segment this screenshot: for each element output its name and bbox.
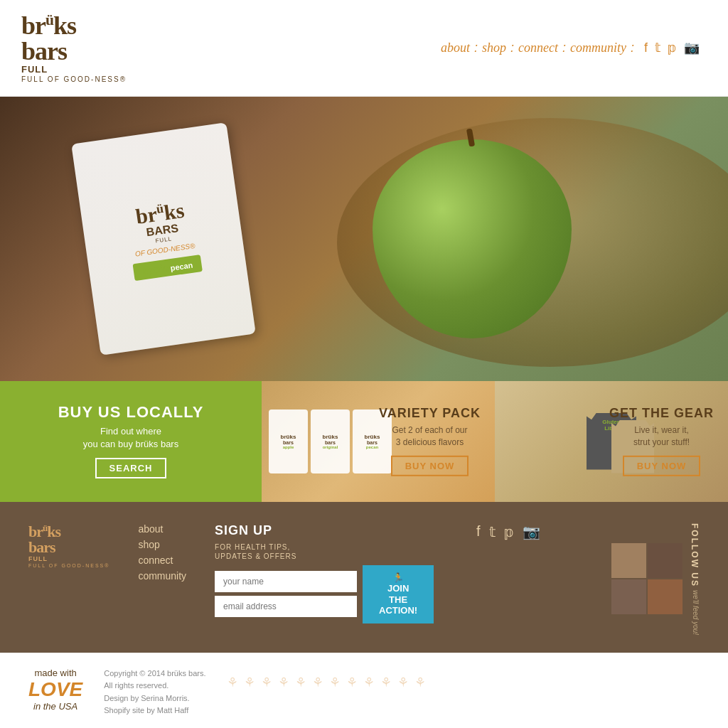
paw-prints-decoration: ⚘ ⚘ ⚘ ⚘ ⚘ ⚘ ⚘ ⚘ ⚘ ⚘ ⚘ ⚘ [227, 668, 700, 690]
main-nav: about : shop : connect : community : f 𝕥… [441, 40, 700, 55]
name-input[interactable] [215, 571, 357, 592]
facebook-icon[interactable]: f [644, 41, 648, 55]
buy-locally-desc: Find out whereyou can buy brüks bars [83, 425, 178, 451]
footer-photo-1 [611, 543, 646, 578]
footer-social-icons: f 𝕥 𝕡 📷 [476, 523, 540, 540]
made-with-text: made with [34, 668, 76, 678]
follow-sublabel: we'll feed you! [690, 590, 700, 635]
instagram-icon[interactable]: 📷 [684, 40, 700, 55]
footer-instagram-icon[interactable]: 📷 [523, 523, 540, 540]
gear-buy-button[interactable]: BUY NOW [623, 456, 701, 476]
footer-form: 🏃 JOIN THE ACTION! [215, 565, 434, 623]
footer-twitter-icon[interactable]: 𝕥 [489, 523, 496, 540]
footer-logo: brüksbars FULL FULL OF GOOD-NESS® [28, 523, 109, 568]
paw-9: ⚘ [363, 675, 375, 690]
package-flavor: apple PECAN [133, 254, 203, 280]
hero-inner: brüks bars FULL OF GOOD-NESS® apple PECA… [0, 97, 728, 381]
mini-bar-2: brüks bars original [311, 410, 350, 473]
paw-8: ⚘ [346, 675, 358, 690]
footer-follow: FOLLOW US we'll feed you! [611, 523, 700, 635]
promo-gear: GlutenLibre GET THE GEAR Live it, wear i… [495, 381, 728, 502]
twitter-icon[interactable]: 𝕥 [655, 40, 660, 55]
footer-photo-3 [611, 579, 646, 614]
promo-buy-locally: BUY US LOCALLY Find out whereyou can buy… [0, 381, 262, 502]
gear-desc: Live it, wear it,strut your stuff! [609, 424, 714, 449]
join-button[interactable]: 🏃 JOIN THE ACTION! [363, 565, 434, 623]
copyright-text: Copyright © 2014 brüks bars. All rights … [104, 668, 205, 717]
footer-photo-grid [611, 543, 682, 614]
follow-label: FOLLOW US [690, 523, 700, 587]
variety-buy-button[interactable]: BUY NOW [391, 456, 469, 476]
paw-10: ⚘ [380, 675, 392, 690]
footer-facebook-icon[interactable]: f [476, 523, 481, 540]
footer-nav: about shop connect community [138, 523, 186, 582]
footer-pinterest-icon[interactable]: 𝕡 [504, 523, 514, 540]
site-header: brüksbars FULL FULL OF GOOD-NESS® about … [0, 0, 728, 97]
paw-11: ⚘ [397, 675, 409, 690]
nav-sep-1: : [474, 41, 478, 55]
footer-logo-full: FULL [28, 555, 109, 563]
site-footer: brüksbars FULL FULL OF GOOD-NESS® about … [0, 502, 728, 653]
join-label-2: THE ACTION! [374, 594, 422, 616]
paw-7: ⚘ [329, 675, 341, 690]
promo-section: BUY US LOCALLY Find out whereyou can buy… [0, 381, 728, 502]
in-usa-text: in the USA [33, 701, 77, 712]
paw-12: ⚘ [414, 675, 426, 690]
package-tagline: OF GOOD-NESS® [134, 241, 196, 257]
love-block: made with LOVE in the USA [28, 668, 82, 712]
buy-locally-title: BUY US LOCALLY [58, 404, 204, 421]
mini-bar-1: brüks bars apple [269, 410, 308, 473]
join-label-1: JOIN [387, 583, 409, 594]
footer-photo-2 [648, 543, 682, 578]
hero-section: brüks bars FULL OF GOOD-NESS® apple PECA… [0, 97, 728, 381]
footer-signup: SIGN UP FOR HEALTH TIPS,UPDATES & OFFERS… [215, 523, 434, 623]
nav-community[interactable]: community [570, 41, 626, 55]
paw-4: ⚘ [278, 675, 289, 690]
nav-about[interactable]: about [441, 41, 470, 55]
logo-full-label: FULL [21, 64, 127, 75]
signup-title: SIGN UP [215, 523, 434, 538]
pinterest-icon[interactable]: 𝕡 [668, 40, 677, 55]
variety-desc: Get 2 of each of our3 delicious flavors [379, 424, 481, 449]
nav-sep-3: : [562, 41, 566, 55]
email-input[interactable] [215, 596, 357, 617]
nav-sep-4: : [631, 41, 634, 55]
paw-6: ⚘ [312, 675, 323, 690]
paw-1: ⚘ [227, 675, 238, 690]
logo: brüksbars FULL FULL OF GOOD-NESS® [21, 13, 127, 83]
footer-photo-4 [648, 579, 682, 614]
footer-nav-connect[interactable]: connect [138, 555, 186, 566]
footer-logo-text: brüksbars [28, 523, 109, 555]
gear-content: GET THE GEAR Live it, wear it,strut your… [609, 406, 714, 476]
social-icons: f 𝕥 𝕡 📷 [644, 40, 700, 55]
follow-text-block: FOLLOW US we'll feed you! [690, 523, 700, 635]
footer-nav-about[interactable]: about [138, 523, 186, 535]
nav-sep-2: : [510, 41, 514, 55]
footer-logo-tagline: FULL OF GOOD-NESS® [28, 563, 109, 568]
bottom-bar: made with LOVE in the USA Copyright © 20… [0, 653, 728, 728]
join-icon: 🏃 [392, 572, 404, 584]
gear-title: GET THE GEAR [609, 406, 714, 420]
logo-tagline: FULL OF GOOD-NESS® [21, 75, 127, 83]
nav-shop[interactable]: shop [482, 41, 506, 55]
search-button[interactable]: SEARCH [95, 458, 167, 478]
paw-3: ⚘ [261, 675, 272, 690]
footer-inputs [215, 571, 357, 617]
signup-subtitle: FOR HEALTH TIPS,UPDATES & OFFERS [215, 542, 434, 561]
variety-title: VARIETY PACK [379, 406, 481, 420]
love-word: LOVE [28, 678, 82, 701]
paw-2: ⚘ [244, 675, 255, 690]
logo-text: brüksbars [21, 13, 127, 64]
variety-content: VARIETY PACK Get 2 of each of our3 delic… [379, 406, 481, 476]
footer-main: brüksbars FULL FULL OF GOOD-NESS® about … [28, 523, 700, 635]
promo-variety: brüks bars apple brüks bars original brü… [262, 381, 495, 502]
footer-nav-community[interactable]: community [138, 570, 186, 582]
product-package: brüks bars FULL OF GOOD-NESS® apple PECA… [71, 122, 256, 355]
footer-nav-shop[interactable]: shop [138, 539, 186, 550]
nav-connect[interactable]: connect [518, 41, 558, 55]
paw-5: ⚘ [295, 675, 306, 690]
